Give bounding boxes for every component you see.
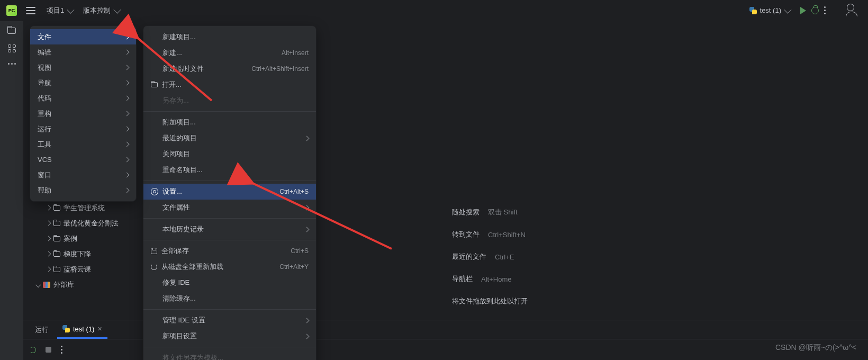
submenu-new-project[interactable]: 新建项目... [143, 29, 316, 45]
submenu-label: 重命名项目... [162, 165, 203, 175]
chevron-right-icon [124, 96, 130, 101]
hint-search: 随处搜索 [452, 208, 480, 217]
submenu-close-project[interactable]: 关闭项目 [143, 146, 316, 162]
chevron-right-icon [304, 318, 310, 323]
welcome-hints: 随处搜索双击 Shift 转到文件Ctrl+Shift+N 最近的文件Ctrl+… [452, 201, 528, 312]
tree-item[interactable]: 案例 [32, 231, 119, 246]
main-menu-button[interactable] [22, 2, 39, 19]
project-selector[interactable]: 项目1 [41, 3, 78, 18]
vcs-menu[interactable]: 版本控制 [78, 3, 124, 18]
menu-item-run[interactable]: 运行 [30, 121, 136, 137]
more-button[interactable] [824, 6, 826, 14]
menu-item-view[interactable]: 视图 [30, 60, 136, 75]
chevron-right-icon [124, 50, 130, 55]
library-icon [43, 282, 50, 288]
submenu-label: 本地历史记录 [162, 224, 204, 234]
menu-item-label: VCS [38, 156, 52, 164]
menu-item-navigate[interactable]: 导航 [30, 75, 136, 91]
chevron-right-icon [46, 251, 51, 257]
menu-item-vcs[interactable]: VCS [30, 152, 136, 167]
submenu-new[interactable]: 新建...Alt+Insert [143, 45, 316, 61]
menu-item-label: 文件 [38, 32, 51, 42]
play-icon [800, 7, 806, 14]
bug-icon [811, 7, 819, 14]
submenu-settings[interactable]: 设置...Ctrl+Alt+S [143, 184, 316, 200]
menu-item-window[interactable]: 窗口 [30, 167, 136, 183]
folder-icon [151, 82, 158, 87]
run-button[interactable] [800, 7, 806, 14]
submenu-new-scratch[interactable]: 新建临时文件Ctrl+Alt+Shift+Insert [143, 61, 316, 77]
more-tools-button[interactable] [8, 63, 16, 65]
tree-item[interactable]: 最优化黄金分割法 [32, 215, 119, 231]
tree-label: 最优化黄金分割法 [64, 219, 119, 228]
watermark: CSDN @听雨~の(>^ω^< [775, 343, 856, 353]
submenu-label: 文件属性 [162, 203, 190, 212]
file-submenu: 新建项目... 新建...Alt+Insert 新建临时文件Ctrl+Alt+S… [143, 25, 317, 360]
submenu-repair[interactable]: 修复 IDE [143, 275, 316, 291]
tree-item[interactable]: 蓝桥云课 [32, 262, 119, 277]
run-config-selector[interactable]: test (1) [744, 3, 795, 18]
tab-test[interactable]: test (1) × [57, 320, 107, 339]
chevron-right-icon [124, 111, 130, 116]
hint-search-kb: 双击 Shift [488, 208, 518, 217]
stop-icon [46, 347, 51, 353]
chevron-down-icon [35, 282, 41, 287]
submenu-label: 新建... [162, 48, 182, 58]
stop-button[interactable] [46, 347, 51, 353]
menu-separator [143, 181, 316, 181]
chevron-right-icon [124, 65, 130, 70]
chevron-right-icon [46, 221, 51, 226]
python-icon [62, 325, 70, 332]
shortcut-label: Ctrl+Alt+Shift+Insert [251, 65, 309, 73]
menu-separator [143, 111, 316, 112]
hint-recent-kb: Ctrl+E [495, 253, 514, 261]
tab-run[interactable]: 运行 [30, 320, 54, 339]
submenu-local-history[interactable]: 本地历史记录 [143, 221, 316, 237]
submenu-save-all[interactable]: 全部保存Ctrl+S [143, 243, 316, 259]
menu-item-refactor[interactable]: 重构 [30, 106, 136, 121]
top-bar: PC 项目1 版本控制 test (1) [0, 0, 868, 21]
tree-item[interactable]: 学生管理系统 [32, 200, 119, 215]
project-tool-button[interactable] [7, 28, 16, 34]
rerun-icon [30, 347, 36, 353]
chevron-right-icon [124, 157, 130, 163]
submenu-reload[interactable]: 从磁盘全部重新加载Ctrl+Alt+Y [143, 259, 316, 275]
submenu-label: 新项目设置 [162, 331, 197, 341]
submenu-rename[interactable]: 重命名项目... [143, 162, 316, 178]
menu-item-file[interactable]: 文件 [30, 29, 136, 44]
app-logo: PC [3, 2, 20, 19]
structure-tool-button[interactable] [8, 44, 16, 52]
tab-label: test (1) [73, 325, 94, 333]
menu-item-code[interactable]: 代码 [30, 91, 136, 106]
submenu-open[interactable]: 打开... [143, 77, 316, 93]
chevron-right-icon [124, 80, 130, 86]
chevron-right-icon [124, 173, 130, 178]
submenu-file-props[interactable]: 文件属性 [143, 200, 316, 215]
submenu-label: 关闭项目 [162, 149, 190, 159]
menu-separator [143, 309, 316, 310]
account-button[interactable] [847, 3, 860, 19]
chevron-right-icon [124, 34, 130, 40]
shortcut-label: Ctrl+S [291, 247, 309, 255]
left-tool-rail [0, 21, 23, 360]
tree-item-external-libs[interactable]: 外部库 [32, 277, 119, 292]
chevron-right-icon [304, 136, 310, 141]
tree-item[interactable]: 梯度下降 [32, 246, 119, 262]
more-button[interactable] [61, 346, 62, 354]
tree-label: 梯度下降 [64, 249, 91, 259]
menu-item-help[interactable]: 帮助 [30, 183, 136, 198]
rerun-button[interactable] [30, 347, 36, 353]
close-icon[interactable]: × [97, 325, 102, 333]
submenu-attach[interactable]: 附加项目... [143, 114, 316, 130]
menu-item-label: 工具 [38, 140, 51, 149]
submenu-label: 全部保存 [161, 246, 189, 256]
submenu-new-proj-settings[interactable]: 新项目设置 [143, 328, 316, 344]
folder-icon [7, 28, 16, 34]
submenu-clear-cache[interactable]: 清除缓存... [143, 291, 316, 307]
menu-item-tools[interactable]: 工具 [30, 137, 136, 152]
tree-label: 学生管理系统 [64, 203, 105, 213]
submenu-recent[interactable]: 最近的项目 [143, 130, 316, 146]
debug-button[interactable] [811, 7, 819, 14]
menu-item-edit[interactable]: 编辑 [30, 44, 136, 60]
submenu-manage-ide[interactable]: 管理 IDE 设置 [143, 312, 316, 328]
